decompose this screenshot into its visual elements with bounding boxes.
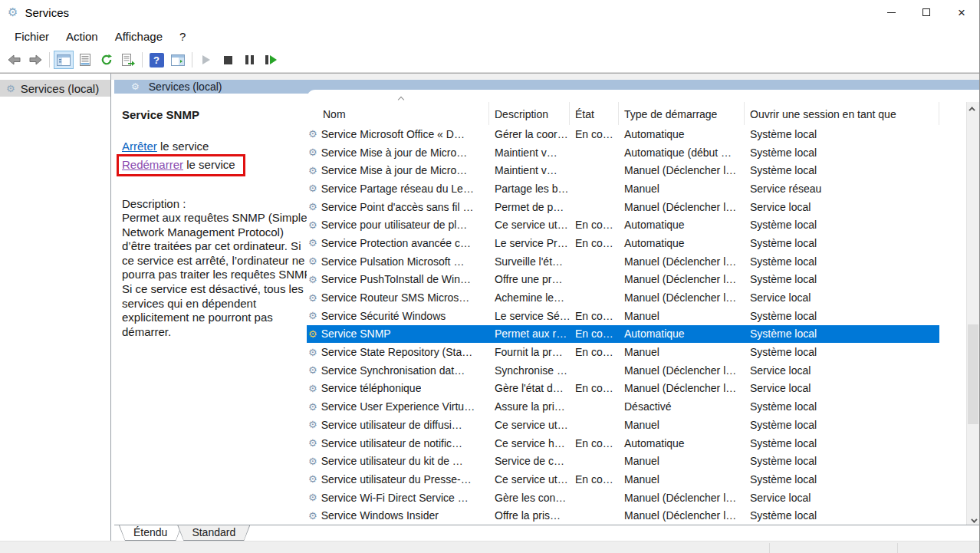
service-name-cell: ⚙ Service utilisateur de diffusi…	[307, 419, 489, 431]
scroll-down-button[interactable]	[967, 514, 979, 525]
menu-action[interactable]: Action	[58, 27, 107, 46]
menu-help[interactable]: ?	[171, 27, 194, 46]
service-name-cell: ⚙ Service PushToInstall de Win…	[307, 273, 489, 285]
close-button[interactable]: ×	[944, 0, 979, 25]
table-row[interactable]: ⚙ Service Routeur SMS Micros… Achemine l…	[307, 288, 939, 307]
column-header-nom[interactable]: Nom	[307, 102, 489, 125]
table-row[interactable]: ⚙ Service téléphonique Gère l'état d… En…	[307, 380, 939, 398]
service-description-cell: Ce service ut…	[489, 219, 570, 231]
column-header-etat[interactable]: État	[570, 102, 619, 125]
service-status-cell: En co…	[570, 473, 619, 486]
service-startup-type-cell: Manuel (Déclencher l…	[619, 164, 745, 176]
tree-item-services-local[interactable]: ⚙ Services (local)	[0, 80, 110, 97]
table-row[interactable]: ⚙ Service User Experience Virtu… Assure …	[307, 397, 939, 416]
service-description-cell: Ce service ut…	[489, 473, 570, 486]
play-icon	[202, 55, 210, 64]
menu-affichage[interactable]: Affichage	[107, 27, 171, 46]
table-row[interactable]: ⚙ Service PushToInstall de Win… Offre un…	[307, 271, 939, 289]
table-row[interactable]: ⚙ Service utilisateur de diffusi… Ce ser…	[307, 416, 939, 434]
service-status-cell: En co…	[570, 346, 619, 358]
help-button[interactable]: ?	[146, 51, 166, 69]
toolbar-separator	[142, 52, 143, 67]
table-row[interactable]: ⚙ Service Protection avancée c… Le servi…	[307, 234, 939, 252]
service-startup-type-cell: Manuel	[619, 473, 745, 486]
service-name-cell: ⚙ Service Sécurité Windows	[307, 310, 489, 322]
table-row[interactable]: ⚙ Service utilisateur du Presse-… Ce ser…	[307, 470, 939, 489]
tab-standard[interactable]: Standard	[177, 525, 250, 541]
maximize-button[interactable]	[909, 0, 944, 25]
column-header-type-demarrage[interactable]: Type de démarrage	[619, 102, 745, 125]
service-logon-cell: Système local	[745, 400, 939, 413]
menu-fichier[interactable]: Fichier	[6, 27, 58, 46]
service-startup-type-cell: Manuel (Déclencher l…	[619, 201, 745, 213]
show-console-tree-button[interactable]	[54, 51, 74, 69]
table-row[interactable]: ⚙ Service Sécurité Windows Le service Sé…	[307, 307, 939, 325]
service-startup-type-cell: Manuel (Déclencher l…	[619, 255, 745, 268]
gear-icon: ⚙	[308, 419, 317, 430]
export-list-button[interactable]	[118, 51, 138, 69]
service-logon-cell: Système local	[745, 346, 939, 358]
column-header-description[interactable]: Description	[489, 102, 570, 125]
description-label: Description :	[122, 197, 302, 210]
scrollbar-thumb[interactable]	[968, 324, 978, 424]
extended-description-pane: Service SNMP Arrêter le service Redémarr…	[114, 94, 307, 525]
table-row[interactable]: ⚙ Service SNMP Permet aux r… En co… Auto…	[307, 325, 939, 344]
refresh-button[interactable]	[97, 51, 117, 69]
table-row[interactable]: ⚙ Service Wi-Fi Direct Service … Gère le…	[307, 489, 939, 507]
table-row[interactable]: ⚙ Service Pulsation Microsoft … Surveill…	[307, 252, 939, 271]
table-row[interactable]: ⚙ Service State Repository (Sta… Fournit…	[307, 343, 939, 361]
service-status-cell: En co…	[570, 328, 619, 340]
table-row[interactable]: ⚙ Service Mise à jour de Micro… Maintien…	[307, 161, 939, 179]
vertical-scrollbar[interactable]	[966, 102, 979, 525]
restart-service-line: Redémarrer le service	[122, 156, 235, 173]
table-row[interactable]: ⚙ Service pour utilisateur de pl… Ce ser…	[307, 216, 939, 234]
start-service-button[interactable]	[196, 51, 216, 69]
service-name-cell: ⚙ Service utilisateur du Presse-…	[307, 473, 489, 486]
properties-icon	[79, 54, 91, 66]
view-tab-bar: Étendu Standard	[114, 525, 979, 541]
service-name-cell: ⚙ Service Routeur SMS Micros…	[307, 291, 489, 304]
pause-service-button[interactable]	[239, 51, 259, 69]
table-row[interactable]: ⚙ Service Mise à jour de Micro… Maintien…	[307, 143, 939, 162]
table-row[interactable]: ⚙ Service Synchronisation dat… Synchroni…	[307, 361, 939, 380]
service-description-cell: Gérer la coor…	[489, 128, 570, 140]
service-name-cell: ⚙ Service User Experience Virtu…	[307, 400, 489, 413]
service-description-cell: Offre une pr…	[489, 273, 570, 285]
tab-etendu[interactable]: Étendu	[119, 525, 182, 541]
properties-button[interactable]	[75, 51, 95, 69]
gear-icon: ⚙	[308, 328, 317, 340]
service-logon-cell: Service réseau	[745, 183, 939, 195]
service-description-cell: Service de c…	[489, 455, 570, 467]
chevron-down-icon	[971, 516, 977, 522]
service-status-cell: En co…	[570, 310, 619, 322]
forward-arrow-icon	[29, 54, 42, 65]
stop-service-link[interactable]: Arrêter	[122, 140, 157, 153]
service-name-cell: ⚙ Service Pulsation Microsoft …	[307, 255, 489, 268]
service-startup-type-cell: Manuel	[619, 310, 745, 322]
minimize-button[interactable]	[873, 0, 909, 25]
service-startup-type-cell: Manuel (Déclencher l…	[619, 492, 745, 504]
column-header-session[interactable]: Ouvrir une session en tant que	[745, 102, 939, 125]
table-row[interactable]: ⚙ Service utilisateur de notific… Ce ser…	[307, 434, 939, 453]
action-pane-icon	[171, 54, 185, 66]
service-name-cell: ⚙ Service utilisateur de notific…	[307, 437, 489, 449]
table-row[interactable]: ⚙ Service Point d'accès sans fil … Perme…	[307, 198, 939, 216]
gear-icon: ⚙	[308, 219, 317, 231]
maximize-icon	[922, 8, 930, 16]
restart-icon	[265, 55, 277, 64]
service-logon-cell: Système local	[745, 164, 939, 176]
back-button[interactable]	[4, 51, 24, 69]
restart-service-link[interactable]: Redémarrer	[122, 158, 183, 171]
table-row[interactable]: ⚙ Service Windows Insider Offre la pris……	[307, 506, 939, 525]
scroll-up-button[interactable]	[967, 102, 979, 115]
restart-service-button[interactable]	[261, 51, 281, 69]
show-action-pane-button[interactable]	[168, 51, 188, 69]
service-name-cell: ⚙ Service Point d'accès sans fil …	[307, 201, 489, 213]
table-row[interactable]: ⚙ Service utilisateur du kit de … Servic…	[307, 452, 939, 470]
table-row[interactable]: ⚙ Service Microsoft Office « D… Gérer la…	[307, 125, 939, 143]
service-startup-type-cell: Manuel (Déclencher l…	[619, 364, 745, 377]
stop-service-button[interactable]	[218, 51, 238, 69]
list-rows: ⚙ Service Microsoft Office « D… Gérer la…	[307, 125, 939, 525]
forward-button[interactable]	[25, 51, 45, 69]
table-row[interactable]: ⚙ Service Partage réseau du Le… Partage …	[307, 179, 939, 198]
